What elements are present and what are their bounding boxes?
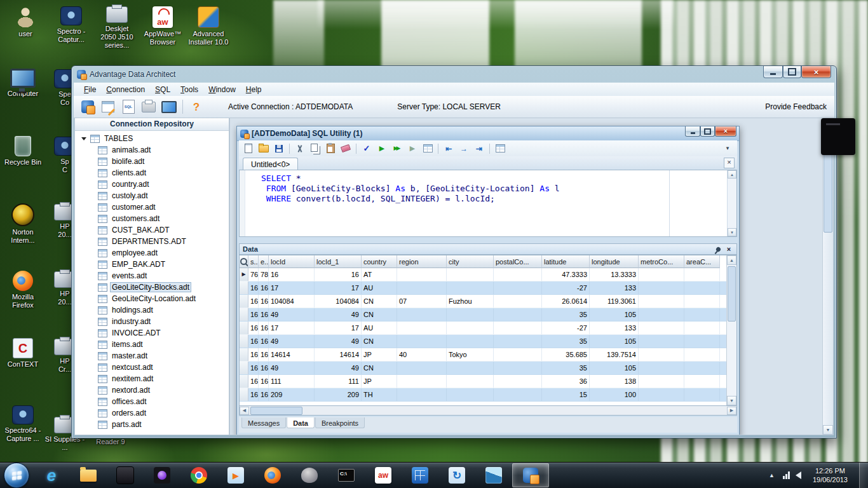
grid-cell[interactable]: 16 [248, 281, 259, 294]
remote-admin-button[interactable] [159, 98, 179, 116]
execute-all-button[interactable]: ▶▶ [390, 142, 404, 155]
grid-cell[interactable]: 17 [315, 322, 362, 334]
tree-item-nextitem-adt[interactable]: nextitem.adt [75, 373, 229, 384]
taskbar-chrome[interactable] [180, 463, 217, 487]
grid-cell[interactable] [447, 308, 494, 321]
grid-cell[interactable] [684, 362, 720, 374]
table-row[interactable]: 16164949CN35105 [240, 335, 736, 348]
grid-cell[interactable]: AU [362, 281, 397, 294]
grid-cell[interactable]: AU [362, 322, 397, 334]
grid-cell[interactable]: 104084 [315, 295, 362, 308]
new-sql-button[interactable] [241, 142, 255, 155]
grid-cell[interactable]: 15 [542, 388, 590, 401]
tree-item-nextcust-adt[interactable]: nextcust.adt [75, 362, 229, 373]
desktop-icon-norton-intern[interactable]: Norton Intern... [3, 203, 43, 245]
table-row[interactable]: 1616209209TH15100 [240, 388, 736, 402]
tray-expand-icon[interactable]: ▲ [766, 470, 777, 481]
desktop-icon-computer[interactable]: Computer [3, 69, 43, 98]
sql-window-titlebar[interactable]: [ADTDemoData] SQL Utility (1) × [237, 126, 739, 141]
tab-untitled[interactable]: Untitled<0> [243, 158, 298, 170]
grid-cell[interactable]: CN [362, 295, 397, 308]
grid-cell[interactable]: 138 [590, 375, 639, 388]
grid-cell[interactable] [639, 268, 684, 281]
grid-cell[interactable] [639, 295, 684, 308]
grid-cell[interactable] [639, 375, 684, 388]
grid-cell[interactable]: 111 [269, 375, 315, 388]
grid-cell[interactable] [397, 375, 447, 388]
grid-vertical-scrollbar[interactable]: ▲ ▼ [726, 255, 736, 405]
open-sql-button[interactable] [257, 142, 271, 155]
maximize-button[interactable] [783, 66, 801, 78]
table-row[interactable]: 16161461414614JP40Tokyo35.685139.7514 [240, 348, 736, 362]
tree-item-geolitecity-location-adt[interactable]: GeoLiteCity-Location.adt [75, 293, 229, 304]
grid-cell[interactable]: 35 [542, 362, 590, 374]
execute-sql-button[interactable]: ▶ [375, 142, 389, 155]
grid-cell[interactable] [494, 375, 542, 388]
tab-breakpoints[interactable]: Breakpoints [315, 417, 365, 428]
desktop-icon-user[interactable]: user [5, 6, 46, 38]
grid-cell[interactable]: 105 [590, 308, 639, 321]
grid-cell[interactable] [684, 375, 720, 388]
grid-cell[interactable] [397, 335, 447, 348]
mdi-vertical-scrollbar[interactable]: ▲ ▼ [822, 118, 833, 435]
tree-item-items-adt[interactable]: items.adt [75, 339, 229, 350]
column-header-latitude[interactable]: latitude [542, 255, 590, 268]
scroll-down-icon[interactable]: ▼ [727, 396, 736, 405]
grid-cell[interactable] [447, 335, 494, 348]
grid-cell[interactable]: AT [362, 268, 397, 281]
expander-icon[interactable] [81, 137, 86, 140]
provide-feedback-link[interactable]: Provide Feedback [765, 102, 827, 111]
scroll-down-icon[interactable]: ▼ [823, 425, 833, 435]
tree-item-orders-adt[interactable]: orders.adt [75, 407, 229, 419]
taskbar-internet-explorer[interactable]: e [33, 463, 70, 487]
tree-item-cust-bak-adt[interactable]: CUST_BAK.ADT [75, 224, 229, 236]
grid-cell[interactable] [447, 281, 494, 294]
grid-cell[interactable] [447, 388, 494, 401]
tree-item-departments-adt[interactable]: DEPARTMENTS.ADT [75, 236, 229, 247]
grid-cell[interactable]: 100 [590, 388, 639, 401]
grid-cell[interactable]: 119.3061 [590, 295, 639, 308]
scroll-left-icon[interactable]: ◀ [240, 407, 249, 415]
grid-cell[interactable] [684, 322, 720, 334]
grid-cell[interactable]: 78 [259, 268, 269, 281]
grid-cell[interactable] [494, 322, 542, 334]
grid-cell[interactable]: 16 [259, 281, 269, 294]
grid-horizontal-scrollbar[interactable]: ◀ ▶ [239, 406, 737, 416]
desktop-icon-advanced-installer-10-0[interactable]: Advanced Installer 10.0 [188, 6, 229, 46]
grid-cell[interactable] [639, 388, 684, 401]
tree-item-nextord-adt[interactable]: nextord.adt [75, 384, 229, 396]
grid-cell[interactable]: CN [362, 335, 397, 348]
volume-icon[interactable] [796, 471, 801, 479]
row-selector[interactable] [240, 388, 248, 401]
row-selector[interactable] [240, 348, 248, 361]
column-header-areac[interactable]: areaC... [684, 255, 720, 268]
tree-item-biolife-adt[interactable]: biolife.adt [75, 156, 229, 167]
network-icon[interactable] [783, 471, 790, 479]
grid-cell[interactable]: 36 [542, 375, 590, 388]
grid-cell[interactable]: 105 [590, 335, 639, 348]
taskbar-firefox[interactable] [254, 463, 291, 487]
grid-cell[interactable]: 14614 [269, 348, 315, 361]
tree-item-clients-adt[interactable]: clients.adt [75, 167, 229, 179]
grid-cell[interactable] [397, 362, 447, 374]
scroll-up-icon[interactable]: ▲ [727, 255, 736, 265]
grid-cell[interactable]: 49 [269, 335, 315, 348]
grid-cell[interactable] [397, 322, 447, 334]
grid-cell[interactable]: 16 [315, 268, 362, 281]
column-header-country[interactable]: country [362, 255, 397, 268]
taskbar-media-app[interactable]: ▶ [217, 463, 254, 487]
tree-item-geolitecity-blocks-adt[interactable]: GeoLiteCity-Blocks.adt [75, 281, 229, 293]
grid-cell[interactable]: 133 [590, 281, 639, 294]
taskbar-app-purple[interactable] [144, 463, 180, 487]
grid-cell[interactable] [639, 362, 684, 374]
grid-cell[interactable]: CN [362, 308, 397, 321]
grid-cell[interactable]: TH [362, 388, 397, 401]
tree-item-holdings-adt[interactable]: holdings.adt [75, 304, 229, 316]
tree-item-invoice-adt[interactable]: INVOICE.ADT [75, 327, 229, 339]
tree-root-tables[interactable]: TABLES [75, 133, 229, 144]
grid-cell[interactable]: 139.7514 [590, 348, 639, 361]
row-selector[interactable] [240, 335, 248, 348]
grid-cell[interactable] [397, 268, 447, 281]
tree-item-events-adt[interactable]: events.adt [75, 270, 229, 281]
menu-file[interactable]: File [79, 83, 101, 96]
